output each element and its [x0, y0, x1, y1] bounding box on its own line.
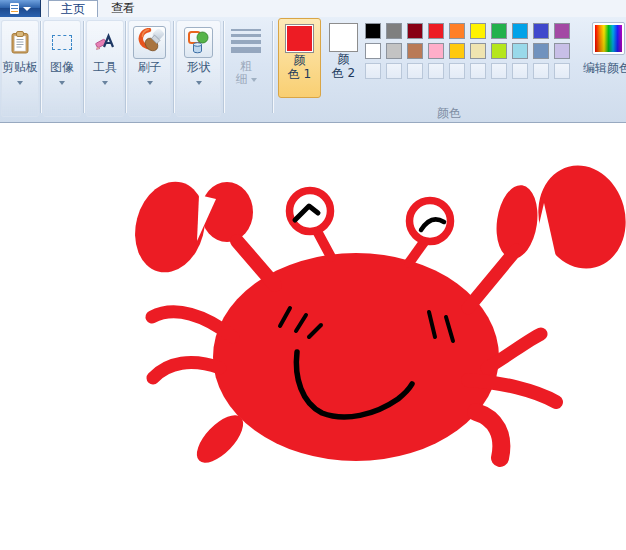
- shapes-icon: [184, 27, 213, 58]
- palette-swatch[interactable]: [470, 43, 486, 59]
- brush-icon: [133, 26, 166, 59]
- palette-empty-slot: [512, 63, 528, 79]
- tab-home-label: 主页: [61, 1, 85, 18]
- clipboard-label: 剪贴板: [2, 61, 38, 74]
- color1-button[interactable]: 颜 色 1: [278, 18, 321, 98]
- palette-swatch[interactable]: [512, 23, 528, 39]
- color-palette: [365, 23, 570, 83]
- palette-swatch[interactable]: [386, 43, 402, 59]
- color1-label-line2: 色 1: [288, 67, 311, 81]
- palette-empty-slot: [365, 63, 381, 79]
- crab-left-leg: [152, 312, 233, 337]
- shapes-label: 形状: [187, 61, 211, 74]
- color2-swatch: [329, 23, 358, 52]
- edit-colors-label: 编辑颜色: [583, 60, 626, 77]
- palette-empty-slot: [386, 63, 402, 79]
- dropdown-arrow-icon: [102, 81, 108, 85]
- separator: [173, 21, 174, 113]
- crab-left-eye: [290, 191, 331, 232]
- color2-label-line1: 颜: [338, 52, 350, 66]
- palette-empty-slot: [533, 63, 549, 79]
- palette-swatch[interactable]: [512, 43, 528, 59]
- palette-swatch[interactable]: [407, 23, 423, 39]
- palette-swatch[interactable]: [554, 43, 570, 59]
- dropdown-arrow-icon: [147, 81, 153, 85]
- tab-view-label: 查看: [111, 0, 135, 17]
- palette-swatch[interactable]: [386, 23, 402, 39]
- paint-menu-button[interactable]: [0, 0, 41, 17]
- paint-file-icon: [10, 3, 19, 14]
- palette-empty-slot: [554, 63, 570, 79]
- palette-swatch[interactable]: [428, 23, 444, 39]
- paint-window: 主页 查看 剪贴板 图像: [0, 0, 626, 550]
- separator: [83, 21, 84, 113]
- separator: [223, 21, 224, 113]
- colors-group-caption: 颜色: [409, 105, 489, 122]
- palette-swatch[interactable]: [491, 43, 507, 59]
- palette-row-3: [365, 63, 570, 79]
- color2-label-line2: 色 2: [332, 66, 355, 80]
- line-thickness-icon: [231, 22, 261, 60]
- crab-left-arm: [237, 241, 275, 285]
- palette-row-2: [365, 43, 570, 59]
- crab-right-arm: [468, 250, 516, 308]
- rainbow-palette-icon: [595, 25, 622, 52]
- palette-swatch[interactable]: [470, 23, 486, 39]
- palette-empty-slot: [449, 63, 465, 79]
- crab-right-eyestalk: [409, 242, 424, 263]
- tools-icon: [95, 23, 115, 61]
- clipboard-group-button[interactable]: 剪贴板: [1, 20, 39, 117]
- drawing-canvas[interactable]: [0, 123, 626, 550]
- palette-swatch[interactable]: [491, 23, 507, 39]
- palette-swatch[interactable]: [533, 43, 549, 59]
- dropdown-arrow-icon: [196, 81, 202, 85]
- crab-left-eyestalk: [317, 231, 331, 257]
- chevron-down-icon: [23, 7, 31, 11]
- palette-swatch[interactable]: [554, 23, 570, 39]
- size-label-line2: 细: [236, 73, 248, 86]
- palette-swatch[interactable]: [365, 43, 381, 59]
- dropdown-arrow-icon: [17, 81, 23, 85]
- separator: [125, 21, 126, 113]
- separator: [40, 21, 41, 113]
- brushes-group-button[interactable]: 刷子: [128, 20, 171, 117]
- image-group-button[interactable]: 图像: [43, 20, 81, 117]
- tab-view[interactable]: 查看: [99, 0, 147, 17]
- palette-empty-slot: [491, 63, 507, 79]
- palette-swatch[interactable]: [449, 23, 465, 39]
- palette-empty-slot: [407, 63, 423, 79]
- tab-home[interactable]: 主页: [48, 0, 98, 17]
- dropdown-arrow-icon: [251, 78, 257, 82]
- tools-group-button[interactable]: 工具: [86, 20, 124, 117]
- palette-swatch[interactable]: [533, 23, 549, 39]
- palette-row-1: [365, 23, 570, 39]
- palette-empty-slot: [428, 63, 444, 79]
- crab-drawing: [0, 123, 626, 550]
- shapes-group-button[interactable]: 形状: [176, 20, 221, 117]
- crab-left-leg: [153, 363, 220, 378]
- selection-icon: [52, 23, 72, 61]
- size-group-button[interactable]: 粗 细: [226, 20, 266, 117]
- palette-swatch[interactable]: [449, 43, 465, 59]
- tab-bar: 主页 查看: [0, 0, 626, 17]
- palette-swatch[interactable]: [365, 23, 381, 39]
- edit-colors-button[interactable]: [592, 22, 625, 55]
- crab-body: [213, 253, 499, 461]
- color1-label-line1: 颜: [294, 53, 306, 67]
- separator: [272, 21, 273, 113]
- palette-empty-slot: [470, 63, 486, 79]
- ribbon: 剪贴板 图像 工具: [0, 17, 626, 123]
- crab-right-flipper: [476, 412, 501, 458]
- image-label: 图像: [50, 61, 74, 74]
- color2-button[interactable]: 颜 色 2: [325, 18, 362, 98]
- palette-swatch[interactable]: [428, 43, 444, 59]
- tools-label: 工具: [93, 61, 117, 74]
- color1-swatch: [285, 24, 314, 53]
- palette-swatch[interactable]: [407, 43, 423, 59]
- brushes-label: 刷子: [138, 61, 162, 74]
- clipboard-icon: [11, 23, 29, 61]
- dropdown-arrow-icon: [59, 81, 65, 85]
